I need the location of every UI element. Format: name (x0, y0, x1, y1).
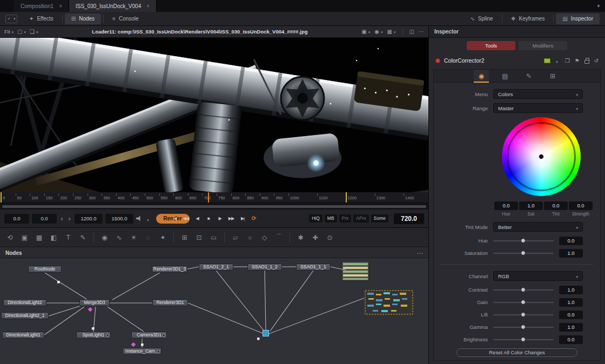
slider-value-field[interactable]: 1.0 (559, 249, 583, 258)
close-tab-icon[interactable]: × (146, 3, 150, 9)
toolbar-button-nodes[interactable]: ⊞Nodes (65, 14, 101, 24)
transport-play-fast-button[interactable]: ▶▶ (226, 214, 236, 223)
lock-icon[interactable] (584, 60, 589, 64)
ellipse-mask-icon[interactable]: ○ (243, 234, 257, 241)
viewer-lut-icon[interactable]: ◉ (374, 29, 382, 35)
close-tab-icon[interactable]: × (59, 3, 62, 9)
wire-junction[interactable] (57, 281, 60, 284)
blur-tool-icon[interactable]: ◌ (142, 234, 155, 241)
node-spotlight1[interactable]: SpotLight1 (76, 332, 111, 339)
loader-tool-icon[interactable]: ⟲ (3, 234, 17, 241)
current-frame-field[interactable]: 720.0 (394, 213, 424, 224)
node-ssao1-2-1[interactable]: SSAO1_2_1 (199, 264, 233, 271)
render-start-field[interactable]: 0.0 (32, 214, 57, 224)
resize-tool-icon[interactable]: ⊡ (192, 234, 206, 241)
slider-track[interactable] (493, 339, 554, 340)
quality-mb-button[interactable]: MB (325, 214, 337, 223)
minimized-underlay-node[interactable] (342, 261, 369, 281)
colorcurves-tool-icon[interactable]: ∿ (112, 234, 126, 241)
time-ruler[interactable]: 0501001502002503003504004505005506006507… (0, 192, 428, 203)
scrollbar-handle[interactable] (2, 205, 426, 208)
nodes-panel-menu-icon[interactable] (416, 248, 423, 258)
pmerge-tool-icon[interactable]: ✚ (308, 234, 322, 241)
levels-subtab[interactable]: ▤ (498, 70, 513, 83)
tab-tools[interactable]: Tools (467, 41, 515, 50)
node-colorcorrector2-selected[interactable] (263, 330, 269, 336)
background-tool-icon[interactable]: ▦ (32, 234, 46, 241)
node-visibility-toggle[interactable] (157, 350, 160, 353)
split-view-icon[interactable]: ◫ (409, 29, 414, 35)
slider-track[interactable] (493, 302, 554, 303)
quality-hiq-button[interactable]: HiQ (309, 214, 322, 223)
node-visibility-toggle[interactable] (162, 334, 165, 337)
pin-icon[interactable]: ⚑ (575, 58, 580, 64)
quality-some-button[interactable]: Some (371, 214, 388, 223)
node-directionallight2-1[interactable]: DirectionalLight2_1 (1, 312, 49, 319)
quality-prx-button[interactable]: Prx (339, 214, 352, 223)
slider-track[interactable] (493, 327, 554, 328)
viewer-menu-icon[interactable]: ⋯ (419, 29, 424, 35)
slider-value-field[interactable]: 1.0 (559, 286, 583, 294)
roi-icon[interactable]: ❏ (30, 29, 38, 35)
playhead[interactable] (208, 192, 209, 203)
node-graph[interactable]: RootNodeRenderer3D1_3SSAO1_2_1SSAO1_1_2S… (0, 258, 428, 364)
slider-track[interactable] (493, 289, 554, 291)
viewer-options-icon[interactable]: ▦ (387, 29, 396, 35)
color-wheel[interactable] (502, 117, 581, 196)
pemitter-tool-icon[interactable]: ✱ (294, 234, 307, 241)
node-renderer3d1-3[interactable]: Renderer3D1_3 (152, 266, 187, 273)
node-rootnode[interactable]: RootNode (28, 266, 62, 273)
slider-knob[interactable] (521, 312, 526, 317)
polygon-mask-icon[interactable]: ◇ (258, 234, 271, 241)
tab-modifiers[interactable]: Modifiers (519, 41, 567, 50)
colorcorrector-tool-icon[interactable]: ◉ (98, 234, 111, 241)
slider-knob[interactable] (521, 325, 526, 329)
options-subtab[interactable]: ⊞ (545, 70, 560, 83)
zoomed-out-node-cluster[interactable] (365, 291, 413, 314)
node-instance-cam[interactable]: Instance_Cam... (123, 348, 162, 355)
prender-tool-icon[interactable]: ⊙ (323, 234, 337, 241)
transport-go-to-start-button[interactable]: |◀ (170, 214, 179, 223)
transport-go-to-end-button[interactable]: ▶| (238, 214, 247, 223)
toolbar-button-inspector[interactable]: ▤Inspector (556, 14, 600, 24)
rectangle-mask-icon[interactable]: ▱ (228, 234, 242, 241)
toolbar-button-keyframes[interactable]: ❖Keyframes (505, 14, 552, 24)
node-visibility-toggle[interactable] (106, 334, 109, 337)
toolbar-button-console[interactable]: ≡Console (106, 14, 145, 24)
slider-knob[interactable] (521, 287, 526, 292)
slider-value-field[interactable]: 1.0 (559, 323, 583, 332)
bspline-mask-icon[interactable]: ⌒ (272, 233, 286, 242)
node-camera3d1[interactable]: Camera3D1 (131, 332, 167, 339)
zoom-preset-icon[interactable]: ▢ (17, 29, 26, 35)
brightness-tool-icon[interactable]: ☀ (127, 234, 140, 241)
slider-knob[interactable] (521, 337, 526, 342)
slider-track[interactable] (493, 240, 554, 241)
global-end-field[interactable]: 1500.0 (105, 214, 133, 224)
quality-aprx-button[interactable]: APrx (353, 214, 368, 223)
tint-mode-dropdown[interactable]: Better (493, 222, 583, 232)
transport-play-reverse-button[interactable]: ◀ (192, 214, 202, 223)
reset-icon[interactable]: ↺ (594, 58, 599, 64)
text-tool-icon[interactable]: T (62, 234, 75, 241)
toolbar-button-spline[interactable]: ∿Spline (463, 14, 499, 24)
slider-knob[interactable] (521, 238, 526, 243)
node-ssao1-1-2[interactable]: SSAO1_1_2 (247, 264, 282, 271)
tool-name[interactable]: ColorCorrector2 (444, 57, 485, 64)
channel-display-icon[interactable]: ▣ (361, 29, 370, 35)
toolbar-button-effects[interactable]: ✦Effects (23, 14, 60, 24)
node-directionallight2[interactable]: DirectionalLight2 (3, 299, 46, 306)
wheel-value-field[interactable]: 0.0 (569, 201, 593, 210)
node-renderer3d1[interactable]: Renderer3D1 (152, 299, 188, 306)
chevron-down-icon[interactable] (554, 56, 558, 65)
slider-value-field[interactable]: 1.0 (559, 298, 583, 307)
render-end-field[interactable]: 1200.0 (75, 214, 103, 224)
step-forward-icon[interactable]: › (67, 215, 72, 223)
transport-play-button[interactable]: ▶ (215, 214, 225, 223)
wire-junction[interactable] (92, 327, 95, 330)
slider-value-field[interactable]: 0.0 (559, 237, 583, 245)
slider-value-field[interactable]: 0.0 (559, 335, 583, 344)
merge-tool-icon[interactable]: ◧ (47, 234, 60, 241)
global-start-field[interactable]: 0.0 (4, 214, 29, 224)
transport-stop-button[interactable]: ■ (204, 214, 213, 223)
timeline-scrollbar[interactable] (0, 203, 428, 210)
